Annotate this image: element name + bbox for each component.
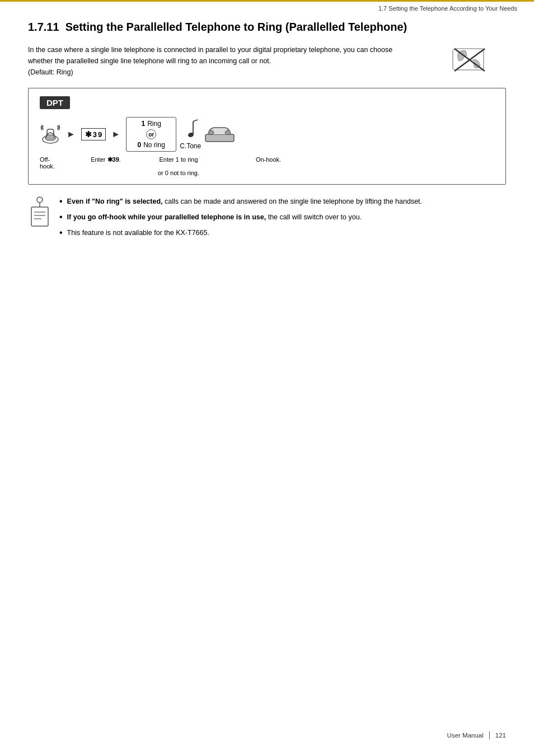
noring-option: 0 No ring <box>137 141 165 149</box>
onhook-icon <box>204 125 235 143</box>
arrow-1: ► <box>67 129 76 139</box>
bullet-2: • <box>59 212 63 222</box>
notes-section: • Even if "No ring" is selected, calls c… <box>28 196 506 243</box>
onhook-step <box>204 125 235 143</box>
ring-num: 1 <box>141 120 145 128</box>
page-header: 1.7 Setting the Telephone According to Y… <box>0 0 534 14</box>
offhook-step <box>40 124 61 145</box>
diagram-steps: ► ✱ 3 9 ► 1 Ring or <box>40 117 494 152</box>
note-icon <box>28 196 51 229</box>
footer-divider <box>489 731 490 739</box>
offhook-label: Off-hook. <box>40 156 61 170</box>
svg-rect-8 <box>205 134 234 142</box>
note-text-2: If you go off-hook while your parallelle… <box>67 212 362 223</box>
svg-point-11 <box>37 197 43 203</box>
footer-label: User Manual <box>447 732 484 739</box>
arrow-2: ► <box>111 129 120 139</box>
ring-option: 1 Ring <box>141 120 161 128</box>
main-content: 1.7.11 Setting the Parallelled Telephone… <box>0 14 534 265</box>
key-star: ✱ <box>85 130 92 139</box>
svg-rect-12 <box>31 207 48 226</box>
ctone-icon <box>182 119 199 140</box>
or-divider: or <box>146 129 156 139</box>
ring-label: Ring <box>147 120 161 128</box>
enter-label-line2: or 0 not to ring. <box>158 170 199 176</box>
note-text-1: Even if "No ring" is selected, calls can… <box>67 196 422 207</box>
ring-option-step: 1 Ring or 0 No ring <box>126 117 176 152</box>
ctone-label: C.Tone <box>180 142 201 150</box>
svg-line-6 <box>193 120 198 121</box>
onhook-label: On-hook. <box>256 156 281 163</box>
notes-list: • Even if "No ring" is selected, calls c… <box>59 196 422 243</box>
page-footer: User Manual 121 <box>447 731 506 739</box>
enter-label-col: Enter 1 to ring or 0 not to ring. <box>151 156 207 176</box>
note-text-3: This feature is not available for the KX… <box>67 227 209 238</box>
note-item-1: • Even if "No ring" is selected, calls c… <box>59 196 422 207</box>
noring-num: 0 <box>137 141 141 149</box>
section-title: 1.7.11 Setting the Parallelled Telephone… <box>28 20 506 34</box>
diagram-labels: Off-hook. Enter ✱39. Enter 1 to ring or … <box>40 156 494 176</box>
header-title: 1.7 Setting the Telephone According to Y… <box>378 5 517 12</box>
svg-rect-4 <box>46 135 54 140</box>
onhook-label-col: On-hook. <box>253 156 284 163</box>
intro-text: In the case where a single line telephon… <box>28 44 409 78</box>
keys-label-col: Enter ✱39. <box>86 156 126 163</box>
note-item-3: • This feature is not available for the … <box>59 227 422 238</box>
keys-label: Enter ✱39. <box>91 156 121 163</box>
dpt-label: DPT <box>40 96 70 109</box>
intro-paragraph: In the case where a single line telephon… <box>28 44 506 78</box>
bullet-1: • <box>59 196 63 206</box>
ctone-step: C.Tone <box>180 119 201 150</box>
footer-page: 121 <box>495 732 506 739</box>
diagram-box: DPT <box>28 88 506 185</box>
offhook-icon <box>40 124 61 145</box>
keys-step: ✱ 3 9 <box>81 128 106 140</box>
offhook-label-col: Off-hook. <box>40 156 61 170</box>
or-box: 1 Ring or 0 No ring <box>126 117 176 152</box>
enter-label-line1: Enter 1 to ring <box>159 156 198 163</box>
svg-point-9 <box>208 130 214 135</box>
note-item-2: • If you go off-hook while your parallel… <box>59 212 422 223</box>
noring-label: No ring <box>143 141 165 149</box>
svg-point-10 <box>225 130 231 135</box>
crossed-phone-icon <box>450 44 489 78</box>
key-9: 9 <box>98 130 102 139</box>
bullet-3: • <box>59 227 63 238</box>
key-3: 3 <box>93 130 97 139</box>
key-box: ✱ 3 9 <box>81 128 106 140</box>
